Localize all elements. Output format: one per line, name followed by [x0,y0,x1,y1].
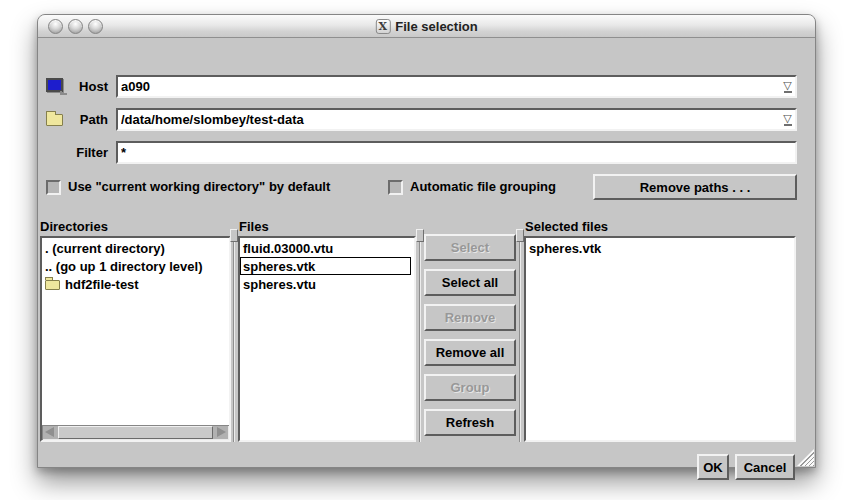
splitter [516,236,524,442]
selected-files-list[interactable]: spheres.vtk [526,238,794,440]
list-item-label: spheres.vtk [529,241,601,256]
path-label: Path [38,108,108,131]
auto-grouping-checkbox[interactable] [388,180,403,195]
refresh-button[interactable]: Refresh [424,409,516,436]
chevron-down-icon: ▽ [783,113,791,123]
list-item[interactable]: spheres.vtk [240,257,411,275]
remove-button[interactable]: Remove [424,304,516,331]
host-label: Host [38,75,108,98]
cwd-checkbox[interactable] [46,180,61,195]
filter-label: Filter [38,141,108,164]
directories-hscrollbar[interactable] [42,425,229,440]
splitter-handle[interactable] [516,229,524,242]
selected-files-header: Selected files [525,219,608,234]
list-item[interactable]: spheres.vtk [526,239,794,257]
path-field: ▽ [116,108,797,131]
cwd-checkbox-label: Use "current working directory" by defau… [68,174,330,200]
minimize-button[interactable] [68,19,83,34]
selected-files-panel: spheres.vtk [524,236,796,442]
host-input[interactable] [118,77,780,96]
filter-input[interactable] [118,143,795,162]
list-item[interactable]: hdf2file-test [42,275,229,293]
list-item-label: spheres.vtu [243,277,316,292]
directories-panel: . (current directory).. (go up 1 directo… [40,236,231,442]
remove-paths-button[interactable]: Remove paths . . . [593,174,797,200]
select-all-button[interactable]: Select all [424,269,516,296]
list-item[interactable]: . (current directory) [42,239,229,257]
list-item-label: fluid.03000.vtu [243,241,333,256]
directories-list[interactable]: . (current directory).. (go up 1 directo… [42,238,229,425]
path-dropdown-button[interactable]: ▽ [780,110,795,129]
list-item[interactable]: .. (go up 1 directory level) [42,257,229,275]
cancel-button[interactable]: Cancel [735,454,795,480]
splitter [230,236,238,442]
auto-grouping-label: Automatic file grouping [410,174,556,200]
options-row: Use "current working directory" by defau… [38,174,797,200]
filter-field [116,141,797,164]
dialog-content: Host ▽ Path ▽ Filter Use "current w [38,38,815,467]
list-item[interactable]: spheres.vtu [240,275,414,293]
window-titlebar[interactable]: X File selection [38,15,815,38]
window-title: File selection [395,19,477,34]
remove-all-button[interactable]: Remove all [424,339,516,366]
list-item-label: spheres.vtk [243,259,315,274]
window-title-group: X File selection [375,15,477,38]
path-row: Path ▽ [38,108,797,131]
list-item-label: hdf2file-test [65,277,139,292]
list-item-label: .. (go up 1 directory level) [45,259,202,274]
zoom-button[interactable] [88,19,103,34]
folder-icon [45,280,60,290]
scroll-left-button[interactable] [45,427,54,437]
resize-grip[interactable] [797,449,814,466]
file-selection-window: X File selection Host ▽ Path ▽ Filter [37,14,816,468]
splitter-handle[interactable] [230,229,238,242]
scroll-right-button[interactable] [217,427,226,437]
list-item[interactable]: fluid.03000.vtu [240,239,414,257]
group-button[interactable]: Group [424,374,516,401]
path-input[interactable] [118,110,780,129]
files-panel: fluid.03000.vtuspheres.vtkspheres.vtu [238,236,416,442]
splitter-handle[interactable] [416,229,424,242]
chevron-down-icon: ▽ [783,80,791,90]
host-field: ▽ [116,75,797,98]
host-dropdown-button[interactable]: ▽ [780,77,795,96]
filter-row: Filter [38,141,797,164]
splitter [416,236,424,442]
scroll-thumb[interactable] [58,426,213,439]
x11-icon: X [375,19,390,34]
files-header: Files [239,219,269,234]
action-buttons: SelectSelect allRemoveRemove allGroupRef… [424,234,516,444]
close-button[interactable] [48,19,63,34]
select-button[interactable]: Select [424,234,516,261]
list-item-label: . (current directory) [45,241,165,256]
files-list[interactable]: fluid.03000.vtuspheres.vtkspheres.vtu [240,238,414,440]
ok-button[interactable]: OK [697,454,729,480]
host-row: Host ▽ [38,75,797,98]
directories-header: Directories [40,219,108,234]
